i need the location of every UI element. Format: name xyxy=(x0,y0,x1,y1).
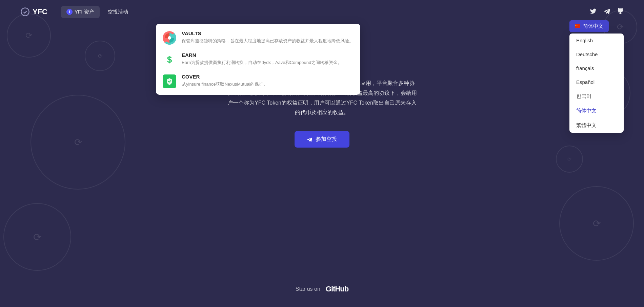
nav-airdrop-label: 空投活动 xyxy=(108,9,128,15)
cover-title: COVER xyxy=(182,74,268,80)
lang-option-deutsche[interactable]: Deutsche xyxy=(569,47,624,61)
earn-icon: $ xyxy=(163,53,176,66)
nav-right: 简体中文 English Deutsche français Español 한… xyxy=(590,8,624,16)
vaults-content: VAULTS 保管库遵循独特的策略，旨在最大程度地提高已存放资产的收益并最大程度… xyxy=(182,30,354,44)
nav-airdrop[interactable]: 空投活动 xyxy=(102,6,134,18)
earn-desc: Earn为贷款提供商执行利润转换，自动在dydx，Aave和Compound之间… xyxy=(182,59,342,66)
lang-option-espanol[interactable]: Español xyxy=(569,75,624,89)
lang-option-francais[interactable]: français xyxy=(569,61,624,75)
lang-option-traditional-chinese[interactable]: 繁體中文 xyxy=(569,118,624,133)
svg-point-7 xyxy=(168,36,171,40)
github-icon[interactable] xyxy=(617,8,624,16)
popup-item-vaults[interactable]: VAULTS 保管库遵循独特的策略，旨在最大程度地提高已存放资产的收益并最大程度… xyxy=(163,30,354,45)
language-button[interactable]: 简体中文 xyxy=(569,20,609,32)
logo[interactable]: YFC xyxy=(20,7,47,17)
cover-desc: 从yinsure.finance获取NexusMutual的保护。 xyxy=(182,81,268,88)
vaults-icon xyxy=(163,31,176,45)
popup-item-earn[interactable]: $ EARN Earn为贷款提供商执行利润转换，自动在dydx，Aave和Com… xyxy=(163,52,354,66)
navbar: YFC i YFI 资产 空投活动 xyxy=(0,0,644,24)
bg-circle: ⟳ xyxy=(3,203,71,271)
vaults-desc: 保管库遵循独特的策略，旨在最大程度地提高已存放资产的收益并最大程度地降低风险。 xyxy=(182,38,354,44)
footer-star-text: Star us on xyxy=(296,286,320,292)
nav-yfi-assets-label: YFI 资产 xyxy=(75,9,94,15)
logo-icon xyxy=(20,7,30,17)
bg-circle: ⟳ xyxy=(559,186,634,261)
flag-icon xyxy=(575,23,580,29)
nav-yfi-assets[interactable]: i YFI 资产 xyxy=(61,6,100,18)
language-selector[interactable]: 简体中文 English Deutsche français Español 한… xyxy=(569,20,624,133)
svg-rect-0 xyxy=(575,24,580,28)
nav-popup: VAULTS 保管库遵循独特的策略，旨在最大程度地提高已存放资产的收益并最大程度… xyxy=(156,24,360,95)
earn-title: EARN xyxy=(182,52,342,58)
popup-item-cover[interactable]: COVER 从yinsure.finance获取NexusMutual的保护。 xyxy=(163,74,354,88)
cover-content: COVER 从yinsure.finance获取NexusMutual的保护。 xyxy=(182,74,268,88)
nav-links: i YFI 资产 空投活动 xyxy=(61,6,590,18)
airdrop-button[interactable]: 参加空投 xyxy=(295,131,349,148)
footer-github-text[interactable]: GitHub xyxy=(326,285,348,293)
logo-text: YFC xyxy=(33,7,47,16)
lang-option-simplified-chinese[interactable]: 简体中文 xyxy=(569,104,624,118)
china-flag-icon xyxy=(575,24,580,28)
footer: Star us on GitHub xyxy=(0,285,644,293)
earn-content: EARN Earn为贷款提供商执行利润转换，自动在dydx，Aave和Compo… xyxy=(182,52,342,66)
nav-dot: i xyxy=(66,9,73,15)
twitter-icon[interactable] xyxy=(590,8,597,16)
vaults-title: VAULTS xyxy=(182,30,354,36)
airdrop-icon xyxy=(307,137,312,142)
telegram-icon[interactable] xyxy=(603,8,610,16)
airdrop-btn-label: 参加空投 xyxy=(316,136,337,143)
language-dropdown: English Deutsche français Español 한국어 简体… xyxy=(569,34,624,133)
lang-option-english[interactable]: English xyxy=(569,34,624,47)
cover-icon xyxy=(163,74,176,88)
current-language-label: 简体中文 xyxy=(583,23,603,29)
lang-option-korean[interactable]: 한국어 xyxy=(569,89,624,104)
bg-circle: ⟳ xyxy=(556,146,583,173)
